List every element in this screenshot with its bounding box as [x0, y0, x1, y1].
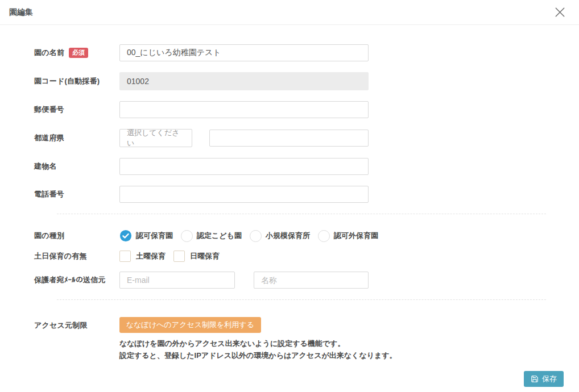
row-phone: 電話番号	[34, 186, 556, 203]
row-building: 建物名	[34, 158, 556, 175]
radio-unlicensed-nursery[interactable]: 認可外保育園	[318, 230, 378, 242]
phone-input[interactable]	[119, 186, 369, 203]
section-divider	[57, 299, 546, 300]
required-badge: 必須	[69, 48, 88, 57]
prefecture-select-value: 選択してください	[127, 128, 185, 148]
school-code-label: 園コード(自動採番)	[34, 76, 100, 86]
weekend-care-check-group: 土曜保育 日曜保育	[119, 251, 228, 262]
radio-selected-icon	[119, 230, 132, 242]
building-input[interactable]	[119, 158, 369, 175]
row-prefecture: 都道府県 選択してください	[34, 129, 556, 147]
sender-name-input[interactable]	[254, 272, 369, 289]
city-input[interactable]	[209, 130, 369, 147]
radio-unselected-icon	[318, 230, 330, 242]
school-type-radio-group: 認可保育園 認定こども園 小規模保育所 認可外保育園	[119, 230, 386, 242]
edit-school-modal: 園編集 園の名前 必須 園コード(自動採番)	[0, 0, 579, 362]
row-school-name: 園の名前 必須	[34, 44, 556, 61]
row-school-code: 園コード(自動採番)	[34, 72, 556, 90]
access-description-line2: 設定すると、登録したIPアドレス以外の環境からはアクセスが出来なくなります。	[119, 349, 397, 361]
postal-code-input[interactable]	[119, 101, 369, 118]
close-button[interactable]	[550, 3, 570, 21]
save-button[interactable]: 保存	[524, 371, 564, 387]
radio-unselected-icon	[181, 230, 193, 242]
save-button-label: 保存	[542, 374, 557, 384]
school-type-label: 園の種別	[34, 231, 64, 241]
mail-sender-label: 保護者宛ﾒｰﾙの送信元	[34, 275, 106, 285]
row-access-restriction: アクセス元制限 ななぽけへのアクセス制限を利用する ななぽけを園の外からアクセス…	[34, 317, 556, 362]
row-weekend-care: 土日保育の有無 土曜保育 日曜保育	[34, 251, 556, 262]
prefecture-label: 都道府県	[34, 133, 64, 143]
weekend-care-label: 土日保育の有無	[34, 251, 87, 261]
access-restriction-label: アクセス元制限	[34, 320, 88, 331]
school-code-input	[119, 72, 369, 90]
checkbox-unchecked-icon	[173, 251, 185, 262]
row-school-type: 園の種別 認可保育園 認定こども園	[34, 230, 556, 242]
school-name-label: 園の名前	[34, 48, 64, 58]
modal-header: 園編集	[0, 0, 579, 25]
access-restriction-content: ななぽけへのアクセス制限を利用する ななぽけを園の外からアクセス出来ないように設…	[119, 317, 397, 362]
prefecture-select[interactable]: 選択してください	[119, 129, 192, 147]
modal-title: 園編集	[9, 7, 33, 18]
form-body: 園の名前 必須 園コード(自動採番) 郵便番号 都道府県 選択してくだ	[0, 25, 579, 362]
radio-small-scale-nursery[interactable]: 小規模保育所	[250, 230, 310, 242]
school-name-input[interactable]	[119, 44, 369, 61]
close-icon	[553, 12, 566, 20]
radio-certified-kodomoen[interactable]: 認定こども園	[181, 230, 242, 242]
checkbox-unchecked-icon	[119, 251, 131, 262]
phone-label: 電話番号	[34, 189, 64, 199]
access-restriction-button[interactable]: ななぽけへのアクセス制限を利用する	[119, 317, 261, 333]
row-postal-code: 郵便番号	[34, 101, 556, 118]
building-label: 建物名	[34, 161, 57, 172]
access-restriction-description: ななぽけを園の外からアクセス出来ないように設定する機能です。 設定すると、登録し…	[119, 337, 397, 362]
access-description-line1: ななぽけを園の外からアクセス出来ないように設定する機能です。	[119, 337, 397, 349]
checkbox-saturday-care[interactable]: 土曜保育	[119, 251, 166, 262]
section-divider	[57, 214, 546, 214]
save-floppy-icon	[531, 375, 539, 383]
radio-licensed-nursery[interactable]: 認可保育園	[119, 230, 173, 242]
radio-unselected-icon	[250, 230, 262, 242]
sender-email-input[interactable]	[119, 272, 235, 289]
postal-code-label: 郵便番号	[34, 105, 64, 115]
row-mail-sender: 保護者宛ﾒｰﾙの送信元	[34, 272, 556, 289]
checkbox-sunday-care[interactable]: 日曜保育	[173, 251, 220, 262]
